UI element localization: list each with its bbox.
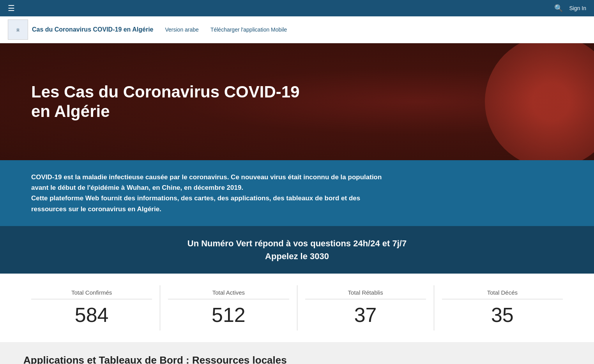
header-nav: Version arabe Télécharger l'application … [165,27,287,33]
top-bar-left: ☰ [8,4,15,13]
hotline-band: Un Numéro Vert répond à vos questions 24… [0,226,594,274]
stat-deces: Total Décés 35 [434,285,571,330]
stat-retablis-label: Total Rétablis [305,289,426,299]
stat-retablis: Total Rétablis 37 [297,285,434,330]
top-bar-right: 🔍 Sign In [554,4,586,12]
hotline-text: Un Numéro Vert répond à vos questions 24… [8,237,586,263]
stat-confirmes: Total Confirmés 584 [23,285,160,330]
signin-link[interactable]: Sign In [569,5,586,11]
search-icon[interactable]: 🔍 [554,4,563,12]
stat-confirmes-value: 584 [31,303,152,327]
site-title: Cas du Coronavirus COVID-19 en Algérie [32,26,153,33]
hotline-line1: Un Numéro Vert répond à vos questions 24… [8,237,586,250]
stat-actives-value: 512 [168,303,289,327]
stat-actives: Total Actives 512 [160,285,297,330]
info-text-1: COVID-19 est la maladie infectieuse caus… [31,172,382,193]
stat-deces-value: 35 [442,303,563,327]
hamburger-icon[interactable]: ☰ [8,4,15,13]
hotline-line2: Appelez le 3030 [8,250,586,263]
logo-image: 🏛️ [8,19,28,40]
hero-section: Les Cas du Coronavirus COVID-19 en Algér… [0,43,594,160]
top-bar: ☰ 🔍 Sign In [0,0,594,16]
logo-area: 🏛️ Cas du Coronavirus COVID-19 en Algéri… [8,19,153,40]
info-band: COVID-19 est la maladie infectieuse caus… [0,160,594,226]
stats-section: Total Confirmés 584 Total Actives 512 To… [0,274,594,343]
applications-title: Applications et Tableaux de Bord : Resso… [23,354,571,364]
hero-title: Les Cas du Coronavirus COVID-19 en Algér… [31,82,304,122]
nav-telecharger[interactable]: Télécharger l'application Mobile [210,27,287,33]
stat-confirmes-label: Total Confirmés [31,289,152,299]
stat-retablis-value: 37 [305,303,426,327]
site-header: 🏛️ Cas du Coronavirus COVID-19 en Algéri… [0,16,594,43]
info-text-2: Cette plateforme Web fournit des informa… [31,193,382,214]
stat-actives-label: Total Actives [168,289,289,299]
stat-deces-label: Total Décés [442,289,563,299]
applications-section: Applications et Tableaux de Bord : Resso… [0,343,594,364]
nav-version-arabe[interactable]: Version arabe [165,27,198,33]
